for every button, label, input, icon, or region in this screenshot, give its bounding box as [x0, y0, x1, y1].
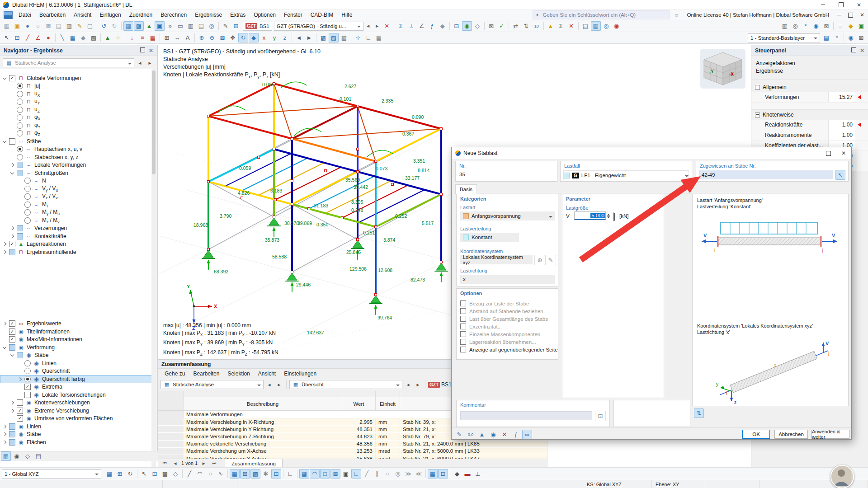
- zoom-out-icon[interactable]: ⊖: [207, 33, 217, 42]
- circle-t-icon[interactable]: ○: [205, 469, 215, 479]
- measure-icon-icon[interactable]: ▲: [477, 430, 487, 439]
- decimals-icon-icon[interactable]: 0,0: [466, 430, 476, 439]
- tab-data-icon[interactable]: ▦: [1, 451, 11, 461]
- tree-item[interactable]: ⌣Mz / Mv: [0, 216, 152, 225]
- numbers-icon[interactable]: 10: [532, 21, 542, 31]
- user-avatar[interactable]: [830, 465, 854, 488]
- edit-report-icon[interactable]: ✎: [75, 21, 85, 31]
- select-4-icon[interactable]: ◇: [170, 469, 180, 479]
- snap-icon[interactable]: ⊹: [353, 33, 363, 42]
- view-z-icon[interactable]: z: [280, 33, 290, 42]
- redo-icon[interactable]: ↻: [109, 21, 119, 31]
- last-page-button[interactable]: ⏭: [210, 458, 218, 468]
- layers-1-icon[interactable]: ▤: [580, 21, 590, 31]
- navigator-scrollbar[interactable]: [151, 69, 156, 488]
- next-view-icon[interactable]: ►: [304, 33, 314, 42]
- checkbox[interactable]: [9, 75, 15, 81]
- assigned-members-input[interactable]: 42-49: [699, 170, 833, 179]
- cs-field[interactable]: Lokales Koordinatensystem xyz: [460, 255, 533, 264]
- design-situation-combo[interactable]: GZT BS1: [243, 22, 272, 31]
- checkbox[interactable]: [460, 324, 466, 329]
- license-info[interactable]: Online License 40 | Stefan Hoffmann | Dl…: [687, 12, 829, 18]
- factor-value[interactable]: 15.27: [828, 92, 855, 102]
- summary-menu-item[interactable]: Gehe zu: [160, 371, 189, 377]
- factor-value[interactable]: 1.00: [828, 120, 855, 130]
- menu-item[interactable]: Bearbeiten: [35, 10, 70, 20]
- tree-item[interactable]: ⌣Vy / Vu: [0, 185, 152, 193]
- target-icon[interactable]: ◉: [612, 21, 622, 31]
- menu-item[interactable]: Fenster: [280, 10, 307, 20]
- radio-button[interactable]: [24, 217, 31, 224]
- pencil-icon[interactable]: ✎: [221, 21, 231, 31]
- view-x-icon[interactable]: x: [259, 33, 269, 42]
- radio-button[interactable]: [24, 186, 31, 192]
- checkbox[interactable]: [9, 439, 15, 446]
- show-values-icon[interactable]: Σ: [396, 21, 406, 31]
- new-model-icon[interactable]: ▦: [2, 21, 12, 31]
- snap-f-icon[interactable]: ∟: [351, 469, 361, 479]
- clip-icon[interactable]: ⊠: [821, 21, 831, 31]
- load-surface-icon[interactable]: ▦: [148, 33, 158, 42]
- tree-item[interactable]: ◉Lokale Torsionsdrehungen: [0, 391, 152, 399]
- expand-icon[interactable]: [17, 378, 23, 380]
- select-3-icon[interactable]: ▩: [160, 469, 170, 479]
- prev-case-button[interactable]: ◄: [404, 380, 412, 389]
- summary-menu-item[interactable]: Bearbeiten: [189, 371, 223, 377]
- doc-close-button[interactable]: ✕: [856, 12, 868, 18]
- grid-a-icon[interactable]: ▦: [230, 469, 240, 479]
- pan-icon[interactable]: ✥: [228, 33, 238, 42]
- summary-menu-item[interactable]: Einstellungen: [280, 371, 321, 377]
- dimension-icon[interactable]: ↔: [172, 33, 182, 42]
- snap-a-icon[interactable]: ▦: [299, 469, 309, 479]
- render-1-icon[interactable]: ▩: [318, 33, 328, 42]
- radio-button[interactable]: [17, 91, 23, 97]
- expand-icon[interactable]: [2, 347, 7, 348]
- checkbox[interactable]: [17, 399, 23, 406]
- panels-icon[interactable]: ⊟: [452, 21, 462, 31]
- tree-item[interactable]: ⊓uY: [0, 98, 152, 106]
- checkbox[interactable]: [9, 138, 15, 145]
- menu-item[interactable]: Hilfe: [337, 10, 356, 20]
- filter-2-icon[interactable]: *: [832, 33, 842, 42]
- collapse-icon[interactable]: [755, 113, 760, 117]
- expand-icon[interactable]: [2, 322, 7, 325]
- console-icon[interactable]: »: [165, 21, 175, 31]
- tree-item[interactable]: x.xErgebniswerte: [0, 320, 152, 328]
- expand-icon[interactable]: [9, 354, 15, 356]
- close-panel-icon[interactable]: ✕: [860, 47, 864, 54]
- calc-1-icon[interactable]: ƒ: [427, 21, 437, 31]
- v-param-button[interactable]: [613, 214, 617, 220]
- report-icon[interactable]: ▢: [85, 21, 95, 31]
- summary-view-combo[interactable]: ▦ Übersicht: [289, 380, 402, 389]
- iso-view-icon[interactable]: ◆: [249, 33, 259, 42]
- layers-2-icon[interactable]: ▦: [591, 21, 601, 31]
- summary-menu-item[interactable]: Selektion: [223, 371, 254, 377]
- report2-icon[interactable]: ▤: [196, 21, 206, 31]
- spheres-icon[interactable]: ◉: [462, 21, 472, 31]
- option-checkbox[interactable]: Lagerreaktion übernehmen...: [460, 338, 558, 346]
- menu-item[interactable]: Extras: [226, 10, 250, 20]
- menu-item[interactable]: Ansicht: [70, 10, 95, 20]
- hammer-icon[interactable]: ⊠: [486, 21, 496, 31]
- new-cs-icon[interactable]: ⊕: [534, 255, 545, 265]
- tree-item[interactable]: ⊓|u|: [0, 82, 152, 90]
- rot-view-icon[interactable]: ↻: [238, 33, 248, 42]
- tab-basis[interactable]: Basis: [455, 184, 477, 194]
- option-checkbox[interactable]: Last über Gesamtlänge des Stabs: [460, 315, 558, 323]
- radio-button[interactable]: [17, 122, 23, 129]
- save-online-icon[interactable]: ○: [33, 21, 43, 31]
- grid-icon[interactable]: ▩: [134, 21, 144, 31]
- snap-k-icon[interactable]: ≫: [403, 469, 413, 479]
- settings-icon[interactable]: ≡: [835, 21, 845, 31]
- node-icon[interactable]: ●: [43, 33, 53, 42]
- expand-icon[interactable]: [2, 141, 7, 142]
- checkbox[interactable]: [9, 431, 15, 437]
- tree-item[interactable]: ▲Lagerreaktionen: [0, 240, 152, 249]
- function-icon-icon[interactable]: ƒ: [511, 430, 521, 439]
- steuer-group[interactable]: Knotenweise: [751, 109, 868, 120]
- float-panel-icon[interactable]: [851, 47, 856, 54]
- radio-button[interactable]: [24, 376, 31, 382]
- radio-button[interactable]: [17, 146, 23, 152]
- cancel-button[interactable]: Abbrechen: [774, 430, 808, 439]
- dialog-loadcase-combo[interactable]: G LF1 - Eigengewicht: [563, 170, 689, 180]
